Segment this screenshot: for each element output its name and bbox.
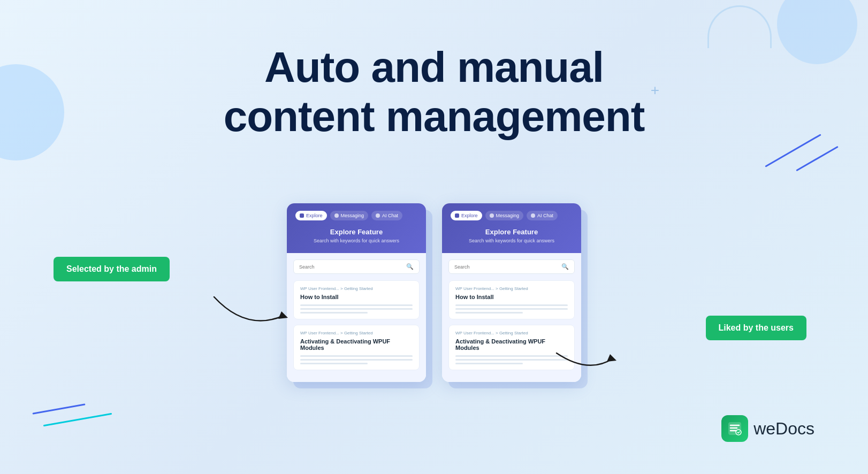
explore-icon-right bbox=[455, 213, 459, 218]
search-input-right[interactable] bbox=[454, 264, 561, 270]
line6 bbox=[300, 363, 368, 364]
line1 bbox=[300, 304, 413, 306]
line4 bbox=[300, 355, 413, 357]
card-left-item1-lines bbox=[300, 304, 413, 314]
card-right-header: Explore Messaging AI Chat Explore Featur… bbox=[442, 203, 581, 253]
card-right-wrapper: Explore Messaging AI Chat Explore Featur… bbox=[442, 203, 581, 382]
card-right-body: 🔍 WP User Frontend... > Getting Started … bbox=[442, 253, 581, 382]
svg-marker-1 bbox=[607, 354, 616, 362]
wedocs-logo: weDocs bbox=[721, 415, 814, 442]
tab-messaging-right[interactable]: Messaging bbox=[485, 211, 524, 220]
tab-ai-left[interactable]: AI Chat bbox=[371, 211, 402, 220]
tab-explore-left[interactable]: Explore bbox=[295, 211, 327, 220]
line5 bbox=[300, 359, 413, 361]
rline2 bbox=[455, 308, 568, 310]
deco-line-right2 bbox=[796, 146, 838, 172]
ai-icon-left bbox=[376, 213, 380, 218]
card-left-tabs: Explore Messaging AI Chat bbox=[295, 211, 417, 220]
wedocs-icon bbox=[721, 415, 748, 442]
rline5 bbox=[455, 359, 568, 361]
card-right-title-area: Explore Feature Search with keywords for… bbox=[451, 228, 573, 243]
messaging-icon-left bbox=[334, 213, 339, 218]
card-right-item1-lines bbox=[455, 304, 568, 314]
card-left-item1: WP User Frontend... > Getting Started Ho… bbox=[293, 280, 420, 319]
card-right-search[interactable]: 🔍 bbox=[448, 259, 575, 274]
card-left-wrapper: Explore Messaging AI Chat Explore Featur… bbox=[287, 203, 426, 382]
main-title: Auto and manual content management bbox=[0, 43, 868, 141]
tab-messaging-left[interactable]: Messaging bbox=[330, 211, 369, 220]
card-right: Explore Messaging AI Chat Explore Featur… bbox=[442, 203, 581, 382]
deco-arc-top-right bbox=[707, 5, 772, 48]
search-icon-right: 🔍 bbox=[561, 263, 569, 270]
rline3 bbox=[455, 312, 523, 314]
card-right-item2: WP User Frontend... > Getting Started Ac… bbox=[448, 325, 575, 370]
tab-explore-right[interactable]: Explore bbox=[451, 211, 482, 220]
badge-admin: Selected by the admin bbox=[54, 257, 170, 281]
ai-icon-right bbox=[531, 213, 535, 218]
card-right-item2-lines bbox=[455, 355, 568, 364]
cards-area: Explore Messaging AI Chat Explore Featur… bbox=[287, 203, 581, 382]
line2 bbox=[300, 308, 413, 310]
card-left-title-area: Explore Feature Search with keywords for… bbox=[295, 228, 417, 243]
card-left-item2-lines bbox=[300, 355, 413, 364]
explore-icon-left bbox=[300, 213, 304, 218]
card-left-body: 🔍 WP User Frontend... > Getting Started … bbox=[287, 253, 426, 382]
card-left-search[interactable]: 🔍 bbox=[293, 259, 420, 274]
card-right-tabs: Explore Messaging AI Chat bbox=[451, 211, 573, 220]
wedocs-text: weDocs bbox=[753, 419, 814, 439]
deco-line-bottom-left2 bbox=[32, 403, 85, 414]
badge-users: Liked by the users bbox=[706, 316, 807, 340]
card-left-header: Explore Messaging AI Chat Explore Featur… bbox=[287, 203, 426, 253]
card-right-item1: WP User Frontend... > Getting Started Ho… bbox=[448, 280, 575, 319]
rline1 bbox=[455, 304, 568, 306]
rline6 bbox=[455, 363, 523, 364]
card-left-item2: WP User Frontend... > Getting Started Ac… bbox=[293, 325, 420, 370]
card-left: Explore Messaging AI Chat Explore Featur… bbox=[287, 203, 426, 382]
search-icon-left: 🔍 bbox=[406, 263, 414, 270]
deco-line-bottom-left bbox=[43, 413, 112, 427]
line3 bbox=[300, 312, 368, 314]
messaging-icon-right bbox=[490, 213, 494, 218]
tab-ai-right[interactable]: AI Chat bbox=[527, 211, 558, 220]
rline4 bbox=[455, 355, 568, 357]
search-input-left[interactable] bbox=[299, 264, 406, 270]
